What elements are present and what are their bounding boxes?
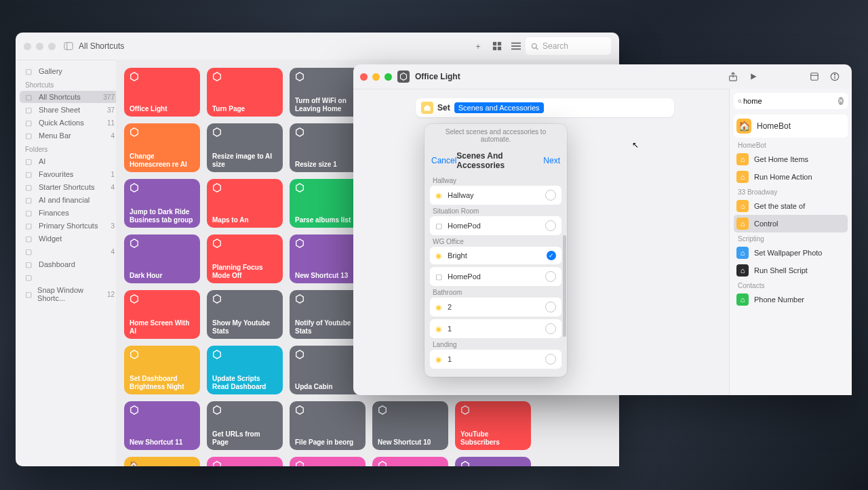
shortcut-card[interactable]: Get URLs from Page (207, 401, 283, 450)
shortcut-card[interactable]: Maps to An (207, 179, 283, 228)
main-sidebar: ▢Gallery Shortcuts ▢All Shortcuts377▢Sha… (16, 60, 124, 466)
sidebar-item-count: 4 (111, 132, 115, 140)
sidebar-item[interactable]: ▢AI and financial (20, 194, 120, 206)
popover-row[interactable]: ◉1 (430, 350, 561, 369)
minimize-icon[interactable] (36, 43, 43, 50)
card-label: YouTube Subscribers (460, 430, 526, 446)
sidebar-item-label: Snap Window Shortc... (37, 286, 103, 302)
sidebar-item-label: All Shortcuts (39, 93, 81, 101)
card-label: Show My Youtube Stats (212, 319, 277, 335)
popover-row[interactable]: ◉2 (430, 298, 561, 317)
sidebar-item[interactable]: ▢Starter Shortcuts4 (20, 181, 120, 193)
card-label: Parse albums list (295, 216, 360, 224)
minimize-icon[interactable] (372, 73, 380, 81)
shortcut-card[interactable]: Home Screen With AI (124, 290, 200, 339)
share-icon[interactable] (723, 68, 743, 85)
bulb-icon: ◉ (435, 191, 442, 200)
sidebar-item[interactable]: ▢4 (20, 245, 120, 258)
sidebar-item[interactable]: ▢Favourites1 (20, 168, 120, 180)
zoom-icon[interactable] (384, 73, 392, 81)
app-homebot-row[interactable]: 🏠 HomeBot (734, 115, 848, 138)
sidebar-item[interactable]: ▢All Shortcuts377 (20, 91, 120, 103)
shortcut-card[interactable]: YouTube Subscribers (455, 401, 531, 450)
shortcut-card[interactable]: New Shortcut 11 (124, 401, 200, 450)
shortcut-card[interactable]: Podcast (372, 457, 448, 466)
sidebar-item-label: Widget (39, 234, 62, 243)
popover-row[interactable]: ▢HomePod (430, 267, 561, 286)
layers-icon (212, 350, 277, 361)
clear-search-icon[interactable]: ✕ (838, 97, 844, 105)
svg-rect-12 (811, 73, 818, 81)
shortcut-card[interactable]: Planning Focus Mode Off (207, 234, 283, 283)
grid-view-icon[interactable] (488, 38, 507, 54)
action-search[interactable]: ✕ (734, 93, 848, 109)
sidebar-toggle-icon[interactable] (64, 41, 73, 51)
popover-cancel[interactable]: Cancel (431, 156, 456, 165)
popover-row[interactable]: ◉Bright✓ (430, 247, 561, 264)
library-icon[interactable] (804, 68, 825, 85)
popover-scrollbar[interactable] (563, 235, 566, 337)
shortcut-card[interactable] (290, 457, 366, 466)
popover-row[interactable]: ▢HomePod (430, 216, 561, 235)
sidebar-item[interactable]: ▢AI (20, 155, 120, 167)
shortcut-card[interactable]: Office Light (124, 68, 200, 117)
sidebar-item-count: 12 (107, 291, 115, 298)
sidebar-item[interactable]: ▢Finances (20, 207, 120, 219)
action-token[interactable]: Scenes and Accessories (454, 102, 544, 113)
sidebar-item[interactable]: ▢Menu Bar4 (20, 129, 120, 142)
shortcut-card[interactable]: Dark Hour (124, 234, 200, 283)
info-icon[interactable] (825, 68, 845, 85)
main-search[interactable]: Search (526, 37, 611, 55)
shortcut-card[interactable]: File Page in beorg (290, 401, 366, 450)
sidebar-item[interactable]: ▢ (20, 271, 120, 283)
add-button[interactable]: ＋ (469, 38, 488, 54)
action-item[interactable]: ⌂Run Home Action (734, 168, 848, 186)
list-view-icon[interactable] (507, 38, 526, 54)
sidebar-item[interactable]: ▢Dashboard (20, 258, 120, 270)
shortcut-card[interactable] (455, 457, 531, 466)
shortcut-card[interactable]: New Shortcut 10 (372, 401, 448, 450)
action-search-input[interactable] (742, 96, 838, 106)
popover-row-label: 1 (448, 325, 452, 333)
homepod-icon: ▢ (435, 222, 442, 230)
popover-section: Hallway (433, 177, 561, 184)
search-icon (531, 43, 538, 50)
sidebar-item[interactable]: ▢Snap Window Shortc...12 (20, 284, 120, 304)
layers-icon (295, 127, 360, 138)
shortcut-card[interactable]: Change Homescreen re AI (124, 123, 200, 172)
sidebar-item[interactable]: ▢Quick Actions11 (20, 117, 120, 129)
run-icon[interactable] (743, 68, 764, 85)
close-icon[interactable] (360, 73, 368, 81)
action-section: Scripting (738, 235, 848, 243)
action-item[interactable]: ⌂Get the state of (734, 197, 848, 215)
action-item[interactable]: ⌂Control (734, 215, 848, 232)
layers-icon: ▢ (25, 93, 35, 101)
action-item[interactable]: ⌂Set Wallpaper Photo (734, 244, 848, 262)
shortcut-card[interactable]: Jump to Dark Ride Business tab group (124, 179, 200, 228)
shortcut-card[interactable]: 🏠 (124, 457, 200, 466)
shortcut-card[interactable]: Podcast (207, 457, 283, 466)
sidebar-gallery[interactable]: ▢Gallery (20, 65, 120, 77)
zoom-icon[interactable] (48, 43, 56, 50)
close-icon[interactable] (24, 43, 31, 50)
popover-message: Select scenes and accessories to automat… (425, 124, 567, 147)
layers-icon (460, 461, 526, 466)
action-section: Contacts (738, 282, 848, 289)
action-item[interactable]: ⌂Phone Number (734, 291, 848, 308)
popover-next[interactable]: Next (543, 156, 560, 165)
action-item[interactable]: ⌂Run Shell Script (734, 262, 848, 279)
popover-row[interactable]: ◉Hallway (430, 186, 561, 205)
shortcut-card[interactable]: Update Scripts Read Dashboard (207, 346, 283, 394)
action-item[interactable]: ⌂Get Home Items (734, 150, 848, 168)
shortcut-card[interactable]: Turn Page (207, 68, 283, 117)
sidebar-item[interactable]: ▢Primary Shortcuts3 (20, 220, 120, 232)
shortcut-card[interactable]: Resize image to AI size (207, 123, 283, 172)
shortcut-card[interactable]: Show My Youtube Stats (207, 290, 283, 339)
popover-row[interactable]: ◉1 (430, 319, 561, 338)
sidebar-item[interactable]: ▢Widget (20, 232, 120, 245)
home-action-pill[interactable]: Set Scenes and Accessories (416, 98, 674, 117)
sidebar-item-count: 4 (111, 248, 115, 256)
sidebar-item[interactable]: ▢Share Sheet37 (20, 104, 120, 116)
shortcut-card[interactable]: Set Dashboard Brightness Night (124, 346, 200, 394)
layers-icon (295, 405, 360, 416)
